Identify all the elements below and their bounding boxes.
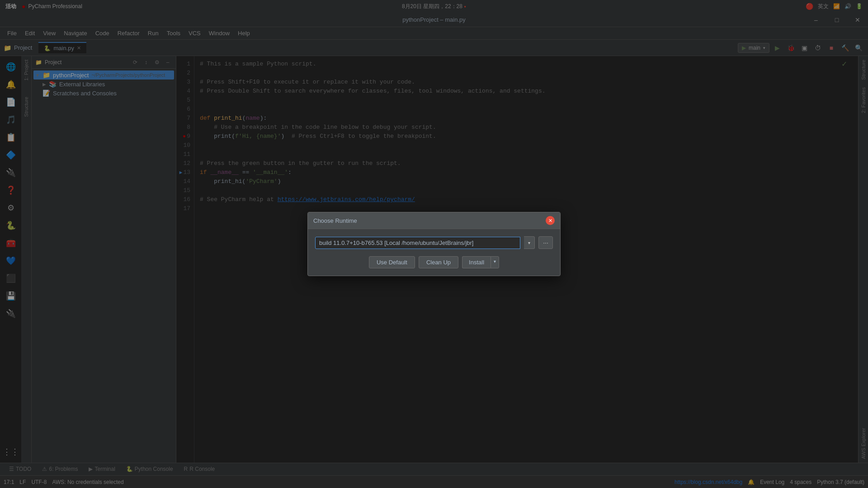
runtime-more-button[interactable]: ··· xyxy=(538,236,553,249)
runtime-dropdown-button[interactable]: ▾ xyxy=(524,236,535,249)
modal-body: ▾ ··· Use Default Clean Up Install ▾ xyxy=(308,229,560,276)
clean-up-button[interactable]: Clean Up xyxy=(419,256,458,268)
install-arrow-button[interactable]: ▾ xyxy=(491,256,499,268)
modal-close-button[interactable]: ✕ xyxy=(546,216,555,225)
use-default-button[interactable]: Use Default xyxy=(369,256,415,268)
runtime-select-row: ▾ ··· xyxy=(315,236,553,249)
modal-title-bar: Choose Runtime ✕ xyxy=(308,212,560,229)
modal-buttons: Use Default Clean Up Install ▾ xyxy=(315,256,553,268)
install-button[interactable]: Install xyxy=(462,256,491,268)
modal-title-text: Choose Runtime xyxy=(313,217,357,224)
runtime-input[interactable] xyxy=(315,237,520,249)
modal-overlay: Choose Runtime ✕ ▾ ··· Use Default Clean… xyxy=(0,0,868,488)
choose-runtime-modal: Choose Runtime ✕ ▾ ··· Use Default Clean… xyxy=(307,212,561,276)
install-group: Install ▾ xyxy=(462,256,499,268)
